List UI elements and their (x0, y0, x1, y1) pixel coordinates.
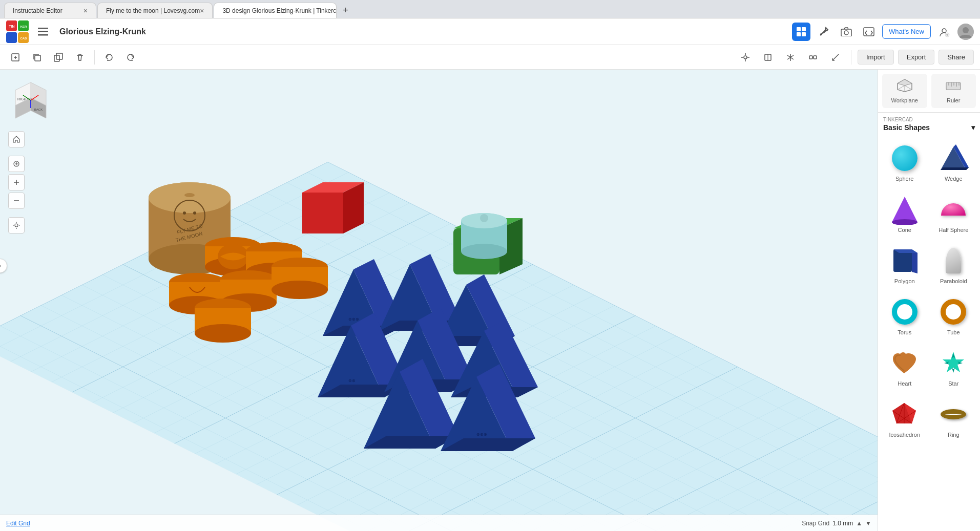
svg-point-14 (820, 33, 822, 35)
export-button[interactable]: Export (898, 50, 935, 65)
align-button[interactable] (759, 48, 777, 67)
whats-new-button[interactable]: What's New (882, 24, 931, 39)
tab-close[interactable]: × (84, 7, 88, 15)
svg-point-87 (195, 324, 251, 343)
tab-tinkercad[interactable]: 3D design Glorious Elzing-Krunk | Tinker… (214, 3, 337, 18)
import-button[interactable]: Import (858, 50, 894, 65)
duplicate-button[interactable] (49, 48, 68, 67)
svg-marker-142 (941, 167, 969, 170)
shape-star[interactable]: Star (931, 344, 976, 391)
tab-lovesvg[interactable]: Fly me to the moon | Lovesvg.com × (97, 3, 213, 18)
shape-polygon[interactable]: Polygon (882, 241, 927, 288)
svg-rect-10 (797, 27, 801, 31)
snap-grid-label: Snap Grid (802, 520, 829, 527)
svg-text:TIN: TIN (9, 25, 14, 28)
main-content: FLY ME TO THE MOON (0, 70, 980, 531)
settings-view-button[interactable] (8, 217, 25, 233)
svg-rect-9 (38, 34, 48, 36)
zoom-in-button[interactable] (8, 174, 25, 190)
copy-button[interactable] (28, 48, 46, 67)
shapes-dropdown[interactable]: Basic Shapes ▾ (883, 122, 975, 133)
share-button[interactable]: Share (939, 50, 974, 65)
snap-value-down[interactable]: ▼ (865, 520, 871, 527)
shape-paraboloid[interactable]: Paraboloid (931, 241, 976, 288)
tools-icon[interactable] (815, 23, 833, 41)
svg-point-18 (942, 29, 946, 33)
ruler-button[interactable]: Ruler (931, 74, 976, 108)
code-icon[interactable] (860, 23, 878, 41)
user-settings-icon[interactable] (935, 23, 953, 41)
tab-close[interactable]: × (200, 7, 204, 15)
redo-button[interactable] (121, 48, 140, 67)
workplane-icon (896, 78, 913, 95)
zoom-fit-button[interactable] (8, 156, 25, 172)
wedge-label: Wedge (945, 176, 963, 182)
shape-sphere[interactable]: Sphere (882, 139, 927, 186)
shapes-title: Basic Shapes (883, 123, 930, 132)
bottom-bar: Edit Grid Snap Grid 1.0 mm ▲ ▼ (0, 515, 878, 531)
dropdown-arrow-icon: ▾ (971, 123, 975, 132)
group-button[interactable] (804, 48, 822, 67)
shapes-header: Tinkercad Basic Shapes ▾ (878, 113, 980, 135)
snap-grid-value: 1.0 mm (832, 520, 853, 527)
workplane-button[interactable]: Workplane (882, 74, 927, 108)
svg-rect-8 (38, 31, 48, 32)
shapes-category: Tinkercad (883, 117, 975, 122)
svg-rect-11 (802, 27, 806, 31)
sphere-label: Sphere (895, 176, 913, 182)
shape-ring[interactable]: Ring (931, 395, 976, 442)
svg-rect-35 (809, 56, 812, 59)
svg-rect-12 (797, 32, 801, 36)
toolbar-separator (94, 50, 95, 65)
canvas-area[interactable]: FLY ME TO THE MOON (0, 70, 878, 531)
undo-button[interactable] (100, 48, 118, 67)
camera-icon[interactable] (837, 23, 856, 41)
shape-icosahedron[interactable]: Icosahedron (882, 395, 927, 442)
tab-label: Fly me to the moon | Lovesvg.com (106, 7, 200, 14)
tab-instructable[interactable]: Instructable Editor × (4, 3, 96, 18)
svg-marker-146 (912, 249, 918, 273)
svg-marker-143 (892, 197, 918, 222)
svg-line-133 (905, 86, 912, 90)
svg-point-65 (461, 244, 507, 259)
right-panel: › Workplane (878, 70, 980, 531)
ruler-label: Ruler (947, 97, 960, 103)
app-logo: TIN KER CAD (6, 20, 29, 43)
shape-cone[interactable]: Cone (882, 190, 927, 237)
top-bar: TIN KER CAD Glorious Elzing-Krunk (0, 18, 980, 45)
svg-line-132 (898, 86, 905, 90)
new-tab-button[interactable]: + (338, 3, 353, 18)
shape-wedge[interactable]: Wedge (931, 139, 976, 186)
viewport-cube[interactable]: RIGHT BACK (10, 80, 51, 121)
new-doc-button[interactable] (6, 48, 25, 67)
user-avatar[interactable] (957, 24, 974, 40)
svg-rect-15 (841, 29, 851, 36)
polygon-label: Polygon (894, 278, 915, 284)
svg-point-53 (183, 211, 186, 215)
second-toolbar: Import Export Share (0, 45, 980, 70)
edit-grid-button[interactable]: Edit Grid (6, 520, 30, 527)
mirror-button[interactable] (781, 48, 800, 67)
shape-halfsphere[interactable]: Half Sphere (931, 190, 976, 237)
shape-heart[interactable]: Heart (882, 344, 927, 391)
cone-label: Cone (898, 227, 911, 233)
svg-rect-13 (802, 32, 806, 36)
svg-text:CAD: CAD (20, 37, 27, 40)
shape-torus[interactable]: Torus (882, 292, 927, 339)
home-view-button[interactable] (8, 131, 25, 147)
snap-value-up[interactable]: ▲ (856, 520, 862, 527)
zoom-out-button[interactable] (8, 193, 25, 209)
menu-icon[interactable] (34, 23, 52, 41)
svg-point-84 (272, 281, 328, 299)
cone-icon (889, 194, 920, 225)
star-label: Star (948, 380, 958, 387)
wedge-icon (938, 143, 969, 174)
svg-rect-17 (864, 28, 874, 36)
shape-tube[interactable]: Tube (931, 292, 976, 339)
panel-top-tools: Workplane Ruler (878, 70, 980, 113)
location-button[interactable] (736, 48, 755, 67)
measure-button[interactable] (826, 48, 845, 67)
grid-view-icon[interactable] (792, 23, 810, 41)
delete-button[interactable] (71, 48, 89, 67)
paraboloid-label: Paraboloid (940, 278, 967, 284)
